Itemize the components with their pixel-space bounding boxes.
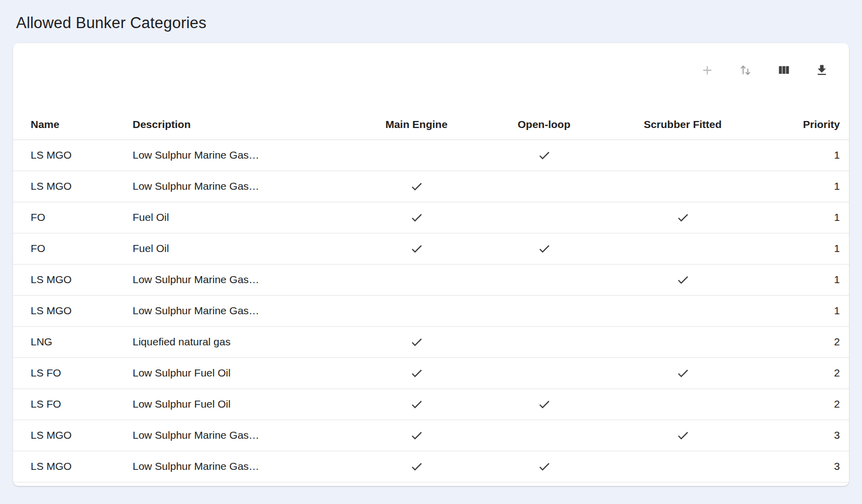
cell-name: LS FO [13, 389, 133, 420]
cell-scrubber_fitted [584, 140, 782, 171]
sort-button[interactable] [738, 63, 752, 77]
table-row[interactable]: FOFuel Oil1 [13, 202, 849, 233]
cell-scrubber_fitted [584, 389, 782, 420]
cell-priority: 3 [782, 451, 849, 482]
page: Allowed Bunker Categories [0, 0, 862, 504]
cell-open_loop [504, 326, 584, 357]
cell-main_engine [329, 326, 504, 357]
check-icon [676, 366, 690, 378]
check-icon [410, 460, 423, 471]
check-icon [410, 398, 423, 409]
table-row[interactable]: LS MGOLow Sulphur Marine Gas…1 [13, 171, 849, 202]
cell-main_engine [329, 389, 504, 420]
column-header-priority[interactable]: Priority [782, 109, 849, 140]
cell-description: Low Sulphur Fuel Oil [133, 357, 329, 389]
cell-scrubber_fitted [584, 202, 782, 233]
cell-priority: 1 [782, 202, 849, 233]
cell-scrubber_fitted [584, 295, 782, 326]
table-row[interactable]: LS FOLow Sulphur Fuel Oil2 [13, 357, 849, 389]
cell-open_loop [504, 389, 584, 420]
cell-description: Low Sulphur Marine Gas… [133, 420, 329, 451]
check-icon [410, 366, 423, 378]
cell-open_loop [504, 202, 584, 233]
cell-priority: 3 [782, 420, 849, 451]
check-icon [537, 460, 551, 471]
cell-main_engine [329, 233, 504, 264]
cell-name: LS MGO [13, 295, 133, 326]
add-button[interactable] [700, 63, 714, 77]
cell-scrubber_fitted [584, 357, 782, 389]
cell-main_engine [329, 451, 504, 482]
columns-icon [777, 63, 791, 77]
check-icon [410, 335, 423, 347]
table-row[interactable]: LS MGOLow Sulphur Marine Gas…1 [13, 264, 849, 295]
column-header-open_loop[interactable]: Open-loop [504, 109, 584, 140]
cell-scrubber_fitted [584, 451, 782, 482]
cell-priority: 2 [782, 357, 849, 389]
cell-description: Fuel Oil [133, 233, 329, 264]
check-icon [537, 398, 551, 409]
table-row[interactable]: LS MGOLow Sulphur Marine Gas…1 [13, 140, 849, 171]
cell-open_loop [504, 295, 584, 326]
table-row[interactable]: LS MGOLow Sulphur Marine Gas…1 [13, 295, 849, 326]
column-header-description[interactable]: Description [133, 109, 329, 140]
cell-open_loop [504, 420, 584, 451]
cell-priority: 2 [782, 326, 849, 357]
cell-open_loop [504, 357, 584, 389]
cell-name: FO [13, 202, 133, 233]
table-row[interactable]: LS FOLow Sulphur Fuel Oil2 [13, 389, 849, 420]
cell-open_loop [504, 171, 584, 202]
cell-name: LS MGO [13, 171, 133, 202]
column-header-name[interactable]: Name [13, 109, 133, 140]
cell-main_engine [329, 420, 504, 451]
check-icon [537, 149, 551, 160]
cell-name: LS MGO [13, 140, 133, 171]
table-header-row: NameDescriptionMain EngineOpen-loopScrub… [13, 109, 849, 140]
table-toolbar [13, 43, 849, 109]
bunker-categories-table: NameDescriptionMain EngineOpen-loopScrub… [13, 109, 849, 482]
cell-description: Liquefied natural gas [133, 326, 329, 357]
cell-open_loop [504, 451, 584, 482]
cell-description: Low Sulphur Marine Gas… [133, 451, 329, 482]
cell-name: LS MGO [13, 264, 133, 295]
cell-main_engine [329, 295, 504, 326]
check-icon [410, 180, 423, 191]
cell-main_engine [329, 264, 504, 295]
page-title: Allowed Bunker Categories [16, 14, 849, 32]
cell-priority: 1 [782, 295, 849, 326]
check-icon [676, 429, 690, 440]
cell-description: Low Sulphur Marine Gas… [133, 264, 329, 295]
download-icon [815, 63, 829, 77]
table-row[interactable]: LS MGOLow Sulphur Marine Gas…3 [13, 420, 849, 451]
bunker-categories-card: NameDescriptionMain EngineOpen-loopScrub… [13, 43, 849, 486]
table-row[interactable]: LS MGOLow Sulphur Marine Gas…3 [13, 451, 849, 482]
table-row[interactable]: LNGLiquefied natural gas2 [13, 326, 849, 357]
cell-open_loop [504, 264, 584, 295]
cell-priority: 1 [782, 140, 849, 171]
check-icon [410, 429, 423, 440]
cell-main_engine [329, 171, 504, 202]
cell-open_loop [504, 140, 584, 171]
column-header-main_engine[interactable]: Main Engine [329, 109, 504, 140]
cell-name: LS FO [13, 357, 133, 389]
cell-main_engine [329, 140, 504, 171]
sort-icon [738, 63, 752, 77]
cell-description: Low Sulphur Marine Gas… [133, 295, 329, 326]
download-button[interactable] [815, 63, 829, 77]
cell-scrubber_fitted [584, 420, 782, 451]
cell-scrubber_fitted [584, 171, 782, 202]
cell-scrubber_fitted [584, 326, 782, 357]
cell-priority: 1 [782, 233, 849, 264]
add-icon [700, 63, 714, 77]
check-icon [410, 242, 423, 254]
check-icon [676, 211, 690, 222]
table-row[interactable]: FOFuel Oil1 [13, 233, 849, 264]
column-header-scrubber_fitted[interactable]: Scrubber Fitted [584, 109, 782, 140]
columns-button[interactable] [777, 63, 791, 77]
check-icon [410, 211, 423, 222]
cell-open_loop [504, 233, 584, 264]
cell-scrubber_fitted [584, 233, 782, 264]
cell-description: Low Sulphur Fuel Oil [133, 389, 329, 420]
cell-priority: 1 [782, 171, 849, 202]
cell-name: LNG [13, 326, 133, 357]
